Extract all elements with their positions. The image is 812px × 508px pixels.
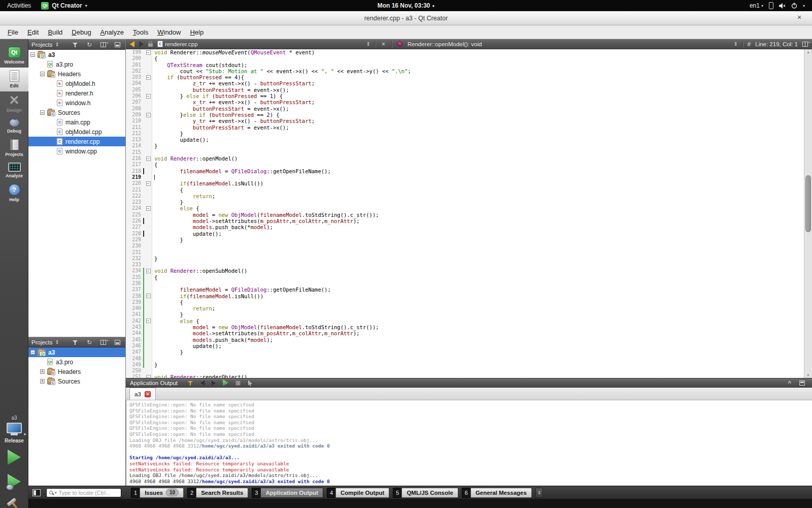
kit-selector[interactable]: a3 ▸ Release xyxy=(0,415,28,443)
code-line-227[interactable]: 227 models.push_back(*model); xyxy=(126,224,812,230)
code-line-217[interactable]: 217{ xyxy=(126,162,812,168)
mode-edit[interactable]: Edit xyxy=(0,68,28,91)
code-line-250[interactable]: 250 xyxy=(126,368,812,374)
build-button[interactable] xyxy=(5,495,24,508)
code-line-203[interactable]: 203− if (buttonPressed == 4){ xyxy=(126,74,812,80)
code-line-209[interactable]: 209− }else if (buttonPressed == 2) { xyxy=(126,112,812,118)
tree-item-a3[interactable]: −Qta3 xyxy=(28,50,125,59)
code-line-207[interactable]: 207 x_tr += event->x() - buttonPressStar… xyxy=(126,99,812,105)
code-area[interactable]: 199−void Renderer::mouseMoveEvent(QMouse… xyxy=(126,49,812,378)
close-document-icon[interactable]: × xyxy=(380,41,387,48)
filter-tree-icon[interactable] xyxy=(73,42,78,47)
tree-item-headers[interactable]: −hHeaders xyxy=(28,69,125,79)
close-tab-icon[interactable]: × xyxy=(145,391,151,397)
code-line-221[interactable]: 221 { xyxy=(126,187,812,193)
document-dropdown-icon[interactable]: ⇕ xyxy=(366,41,370,47)
menu-help[interactable]: Help xyxy=(185,26,208,38)
code-line-251[interactable]: 251−void Renderer::renderObject() xyxy=(126,374,812,378)
tree-item-a3-pro[interactable]: −Qta3.pro xyxy=(28,59,125,69)
locator-filter-dropdown-icon[interactable]: ▾ xyxy=(55,491,57,495)
expander-icon[interactable]: − xyxy=(30,52,35,57)
code-line-210[interactable]: 210 y_tr += event->x() - buttonPressStar… xyxy=(126,118,812,124)
code-line-222[interactable]: 222 return; xyxy=(126,193,812,199)
code-line-220[interactable]: 220− if(filenameModel.isNull()) xyxy=(126,180,812,186)
chevron-down-icon[interactable]: ▾ xyxy=(803,4,805,8)
code-line-219[interactable]: 219 xyxy=(126,174,812,180)
code-line-224[interactable]: 224− else { xyxy=(126,205,812,211)
split-panel-icon[interactable] xyxy=(100,42,106,47)
fold-marker-icon[interactable]: − xyxy=(146,294,151,298)
code-line-212[interactable]: 212 } xyxy=(126,131,812,137)
activities-button[interactable]: Activities xyxy=(5,2,33,9)
tree-item-sources[interactable]: −CSources xyxy=(28,108,125,117)
window-close-button[interactable]: × xyxy=(795,13,804,21)
code-line-245[interactable]: 245 models.push_back(*model); xyxy=(126,337,812,343)
keyboard-layout-indicator[interactable]: en1 ▾ xyxy=(750,2,763,9)
code-line-213[interactable]: 213 update(); xyxy=(126,137,812,143)
expander-icon[interactable]: + xyxy=(40,369,45,374)
code-line-218[interactable]: 218 filenameModel = QFileDialog::getOpen… xyxy=(126,168,812,174)
fold-marker-icon[interactable]: − xyxy=(146,113,151,117)
code-line-215[interactable]: 215 xyxy=(126,149,812,155)
scroll-down-icon[interactable]: ▼ xyxy=(804,373,812,377)
expander-icon[interactable]: + xyxy=(40,379,45,384)
expander-icon[interactable]: − xyxy=(40,72,45,76)
code-line-249[interactable]: 249} xyxy=(126,362,812,368)
fold-marker-icon[interactable]: − xyxy=(146,75,151,80)
tree-item-a3[interactable]: −Qta3 xyxy=(28,347,125,357)
code-line-228[interactable]: 228 update(); xyxy=(126,231,812,237)
tree-item-renderer-cpp[interactable]: −Crenderer.cpp xyxy=(28,137,125,146)
toggle-sidebar-icon[interactable] xyxy=(32,489,41,496)
menu-analyze[interactable]: Analyze xyxy=(96,26,128,38)
mode-analyze[interactable]: Analyze xyxy=(0,160,28,181)
stop-icon[interactable] xyxy=(235,380,241,386)
mode-projects[interactable]: Projects xyxy=(0,137,28,160)
code-line-226[interactable]: 226 model->setAttributes(m_posAttr,m_col… xyxy=(126,218,812,224)
open-document-selector[interactable]: C renderer.cpp ⇕ xyxy=(157,41,370,47)
fold-marker-icon[interactable]: − xyxy=(146,181,151,186)
editor-scrollbar[interactable]: ▲ ▼ xyxy=(804,49,812,378)
volume-muted-icon[interactable] xyxy=(779,3,786,9)
pane-button-issues[interactable]: 1Issues10 xyxy=(131,488,184,498)
pane-button-compile-output[interactable]: 4Compile Output xyxy=(327,488,389,498)
menu-file[interactable]: File xyxy=(3,26,23,38)
fold-marker-icon[interactable]: − xyxy=(146,50,151,55)
go-forward-icon[interactable] xyxy=(139,41,144,47)
symbol-dropdown-icon[interactable]: ⇕ xyxy=(733,41,737,47)
code-line-214[interactable]: 214} xyxy=(126,143,812,149)
code-line-202[interactable]: 202 cout << "Stub: Motion at " << event-… xyxy=(126,68,812,74)
tree-item-window-h[interactable]: −hwindow.h xyxy=(28,98,125,108)
current-symbol-selector[interactable]: Renderer::openModel(): void xyxy=(408,41,482,47)
code-line-241[interactable]: 241 } xyxy=(126,311,812,318)
filter-output-icon[interactable] xyxy=(188,380,193,386)
close-panel-icon[interactable] xyxy=(115,42,120,47)
code-line-208[interactable]: 208 buttonPressStart = event->x(); xyxy=(126,106,812,112)
fold-marker-icon[interactable]: − xyxy=(146,319,151,323)
menu-build[interactable]: Build xyxy=(43,26,67,38)
pane-button-general-messages[interactable]: 6General Messages xyxy=(462,488,532,498)
menu-debug[interactable]: Debug xyxy=(67,26,95,38)
code-line-240[interactable]: 240 return; xyxy=(126,305,812,311)
code-line-233[interactable]: 233 xyxy=(126,262,812,268)
panel-chooser-icon[interactable]: ⇕ xyxy=(54,339,60,345)
code-line-244[interactable]: 244 model->setAttributes(m_posAttr,m_col… xyxy=(126,330,812,336)
expander-icon[interactable]: − xyxy=(40,110,45,115)
code-line-243[interactable]: 243 model = new ObjModel(filenameModel.t… xyxy=(126,324,812,330)
code-line-216[interactable]: 216−void Renderer::openModel() xyxy=(126,155,812,162)
code-line-248[interactable]: 248 xyxy=(126,356,812,362)
tree-item-headers[interactable]: +hHeaders xyxy=(28,367,125,376)
code-line-239[interactable]: 239 { xyxy=(126,299,812,305)
scrollbar-thumb[interactable] xyxy=(805,175,811,232)
split-editor-icon[interactable] xyxy=(802,42,808,47)
app-menu[interactable]: Qt Qt Creator ▾ xyxy=(41,2,87,10)
line-column-indicator[interactable]: Line: 219, Col: 1 xyxy=(755,41,798,47)
mode-debug[interactable]: Debug xyxy=(0,116,28,137)
mode-welcome[interactable]: QtWelcome xyxy=(0,44,28,68)
fold-marker-icon[interactable]: − xyxy=(146,206,151,211)
sync-with-editor-icon[interactable]: ↻ xyxy=(87,42,92,47)
code-line-235[interactable]: 235{ xyxy=(126,274,812,280)
code-line-232[interactable]: 232} xyxy=(126,256,812,262)
tree-item-objmodel-h[interactable]: −hobjModel.h xyxy=(28,79,125,88)
fold-marker-icon[interactable]: − xyxy=(146,156,151,161)
mode-help[interactable]: ?Help xyxy=(0,181,28,205)
